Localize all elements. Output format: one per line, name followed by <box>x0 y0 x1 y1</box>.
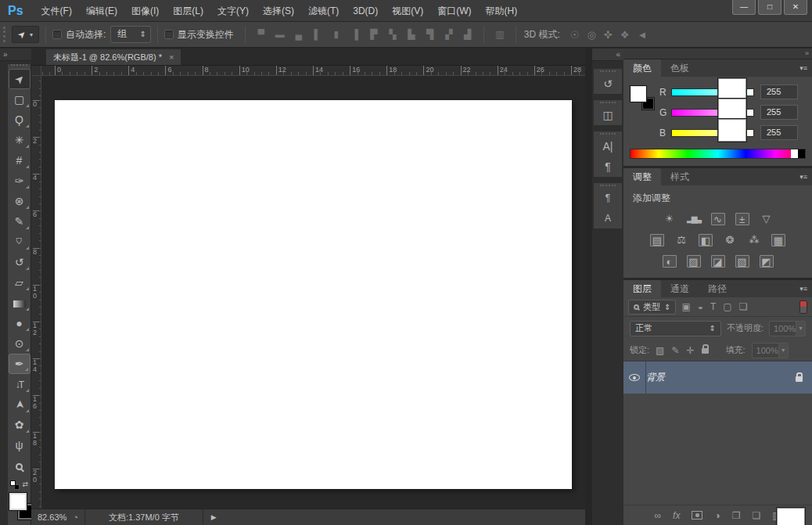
foreground-color-swatch[interactable] <box>631 86 646 102</box>
dodge-tool[interactable]: ⊙ <box>9 333 31 354</box>
invert-icon[interactable]: ◐ <box>663 255 677 268</box>
link-layers-icon[interactable]: ∞ <box>654 510 661 521</box>
options-grip[interactable] <box>3 27 5 42</box>
eyedropper-tool[interactable]: ✑ <box>9 171 31 191</box>
paragraph-panel-icon[interactable]: ¶ <box>594 156 622 177</box>
levels-icon[interactable]: ▂▆▃ <box>687 213 701 225</box>
auto-select-checkbox[interactable] <box>52 30 62 39</box>
channel-value-field[interactable]: 255 <box>760 85 798 99</box>
tab-color[interactable]: 颜色 <box>623 59 661 77</box>
history-brush-tool[interactable]: ↺ <box>9 252 31 272</box>
layer-row-background[interactable]: 背景 <box>623 361 812 394</box>
dock-collapse-icon[interactable]: « <box>592 49 623 61</box>
move-tool[interactable]: ➤ <box>9 69 31 89</box>
brightness-contrast-icon[interactable]: ☀ <box>663 213 677 225</box>
exposure-icon[interactable]: ± <box>735 213 749 225</box>
vertical-ruler[interactable]: 02468101214161820 <box>31 76 41 509</box>
rectangular-marquee-tool[interactable]: ▢ <box>9 89 31 110</box>
ruler-corner[interactable] <box>31 66 41 76</box>
blend-mode-dropdown[interactable]: 正常 ⇕ <box>630 321 721 336</box>
foreground-color-swatch[interactable] <box>9 493 27 510</box>
spot-healing-brush-tool[interactable]: ⊛ <box>9 191 31 211</box>
channel-mixer-icon[interactable]: ⁂ <box>747 234 761 246</box>
hue-saturation-icon[interactable]: ▤ <box>650 234 664 246</box>
canvas[interactable] <box>55 100 572 489</box>
history-icon[interactable]: ↺ <box>594 69 622 94</box>
align-bottom-icon[interactable]: ▄ <box>293 29 305 40</box>
menu-item[interactable]: 选择(S) <box>256 0 301 22</box>
close-button[interactable]: ✕ <box>784 0 807 15</box>
align-left-icon[interactable]: ▌ <box>311 29 324 40</box>
menu-item[interactable]: 滤镜(T) <box>301 0 346 22</box>
type-tool[interactable]: ↓T <box>9 374 31 394</box>
channel-slider-track[interactable] <box>671 109 754 117</box>
menu-item[interactable]: 文件(F) <box>34 0 79 22</box>
menu-item[interactable]: 窗口(W) <box>430 0 478 22</box>
channel-value-field[interactable]: 255 <box>760 125 798 140</box>
tab-swatches[interactable]: 色板 <box>661 59 699 77</box>
tab-adjustments[interactable]: 调整 <box>623 168 661 185</box>
swap-colors-icon[interactable]: ⇄ <box>22 480 28 488</box>
3d-slide-icon[interactable]: ❖ <box>620 29 630 41</box>
minimize-button[interactable]: — <box>732 0 756 15</box>
menu-item[interactable]: 图层(L) <box>166 0 210 22</box>
clone-stamp-tool[interactable]: ⌂ <box>9 232 31 252</box>
color-balance-icon[interactable]: ⚖ <box>674 234 688 246</box>
auto-distribute-icon[interactable]: ▥ <box>494 29 506 40</box>
distribute-horizontal-center-icon[interactable]: ▞ <box>443 29 455 40</box>
document-tab[interactable]: 未标题-1 @ 82.6%(RGB/8) * × <box>45 49 181 65</box>
zoom-level-field[interactable]: 82.63% <box>31 512 73 522</box>
align-horizontal-center-icon[interactable]: ▮ <box>330 29 343 40</box>
filter-pixel-layers-icon[interactable]: ▣ <box>681 301 690 312</box>
chevron-down-icon[interactable]: ▾ <box>778 343 788 358</box>
vibrance-icon[interactable]: ▽ <box>760 213 774 225</box>
3d-scale-camera-icon[interactable]: ◄ <box>637 29 647 41</box>
panel-menu-icon[interactable]: ▾≡ <box>799 280 812 297</box>
layer-effects-icon[interactable]: fx <box>673 510 680 521</box>
blur-tool[interactable]: ● <box>9 313 31 333</box>
tab-paths[interactable]: 路径 <box>699 280 736 297</box>
lasso-tool[interactable]: Ϙ <box>9 110 31 130</box>
toolbar-collapse-icon[interactable]: » <box>0 49 31 61</box>
channel-slider-track[interactable] <box>671 129 754 137</box>
menu-item[interactable]: 3D(D) <box>346 0 385 22</box>
gradient-tool[interactable] <box>9 293 31 313</box>
gradient-map-icon[interactable]: ▧ <box>735 255 749 268</box>
filter-shape-layers-icon[interactable]: ▢ <box>723 301 731 312</box>
eraser-tool[interactable]: ▱ <box>9 272 31 293</box>
selective-color-icon[interactable]: ◩ <box>760 255 774 268</box>
color-lookup-icon[interactable]: ▦ <box>771 234 785 246</box>
pen-tool[interactable]: ✒ <box>9 354 31 374</box>
add-layer-mask-icon[interactable] <box>692 511 702 520</box>
character-panel-icon[interactable]: A| <box>594 131 622 156</box>
brush-tool[interactable]: ✎ <box>9 211 31 232</box>
spectrum-black-swatch[interactable] <box>798 149 805 158</box>
tab-layers[interactable]: 图层 <box>623 280 661 297</box>
distribute-bottom-icon[interactable]: ▙ <box>405 29 418 40</box>
distribute-top-icon[interactable]: ▛ <box>368 29 380 40</box>
filter-smart-objects-icon[interactable]: ❏ <box>739 301 748 312</box>
zoom-tool[interactable] <box>9 455 31 476</box>
channel-value-field[interactable]: 255 <box>760 105 798 120</box>
3d-pan-icon[interactable]: ✜ <box>604 29 613 41</box>
tab-styles[interactable]: 样式 <box>661 168 699 185</box>
menu-item[interactable]: 文字(Y) <box>210 0 256 22</box>
filter-kind-dropdown[interactable]: 类型 ⇕ <box>628 300 676 315</box>
channel-slider-track[interactable] <box>671 88 754 96</box>
align-vertical-center-icon[interactable]: ▬ <box>274 29 286 40</box>
character-styles-icon[interactable]: A <box>594 208 622 228</box>
document-size-info[interactable]: 文档:1.37M/0 字节 <box>84 509 203 525</box>
lock-position-icon[interactable]: ✛ <box>686 345 694 356</box>
auto-select-dropdown[interactable]: 组 ⇕ <box>110 26 150 43</box>
dock-divider[interactable] <box>585 49 592 525</box>
align-top-icon[interactable]: ▀ <box>255 29 268 40</box>
menu-item[interactable]: 图像(I) <box>124 0 166 22</box>
filter-adjustment-layers-icon[interactable]: ◒ <box>698 301 703 312</box>
crop-tool[interactable]: # <box>9 150 31 171</box>
maximize-button[interactable]: □ <box>758 0 781 15</box>
distribute-vertical-center-icon[interactable]: ▚ <box>386 29 399 40</box>
show-transform-checkbox[interactable] <box>164 30 174 39</box>
distribute-right-icon[interactable]: ▟ <box>462 29 474 40</box>
menu-item[interactable]: 帮助(H) <box>479 0 525 22</box>
toolbar-grip[interactable] <box>11 64 27 67</box>
